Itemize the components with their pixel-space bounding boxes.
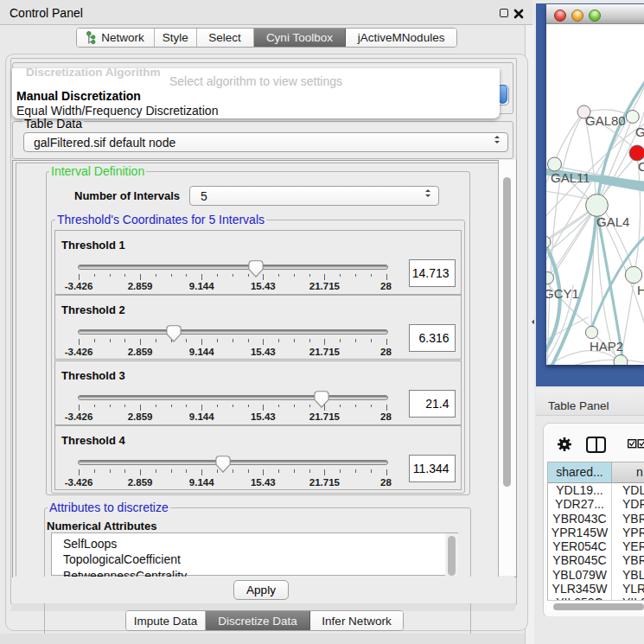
svg-text:HIS4: HIS4 [637, 283, 644, 297]
svg-text:GAL3: GAL3 [635, 124, 644, 139]
svg-text:GAL80: GAL80 [585, 113, 626, 128]
svg-text:GCY1: GCY1 [546, 286, 579, 301]
svg-text:GAL11: GAL11 [551, 170, 590, 185]
svg-text:HAP2: HAP2 [590, 339, 623, 354]
svg-text:GAL4: GAL4 [596, 214, 629, 229]
svg-text:CDC19: CDC19 [638, 159, 644, 174]
